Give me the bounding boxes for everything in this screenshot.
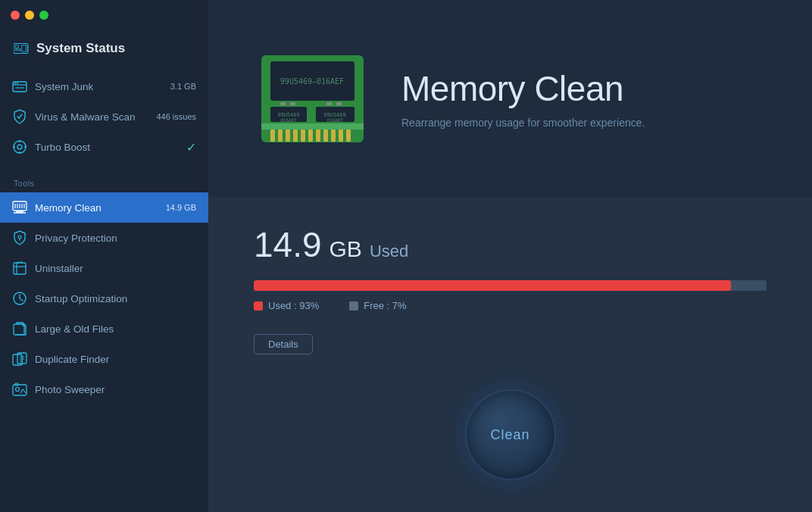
svg-rect-48 [261,123,364,130]
sidebar-item-privacy-protection[interactable]: Privacy Protection [0,223,208,253]
hero-subtitle: Rearrange memory usage for smoother expe… [401,117,645,129]
sidebar-item-turbo-boost[interactable]: Turbo Boost ✓ [0,132,208,162]
svg-rect-51 [286,130,290,142]
virus-scan-icon [12,109,27,124]
turbo-boost-label: Turbo Boost [35,142,179,153]
legend-used: Used : 93% [254,300,319,311]
memory-progress-bar [254,280,767,291]
svg-rect-59 [346,130,351,142]
photo-sweeper-icon [12,382,27,397]
svg-rect-4 [22,45,27,52]
app-title-section: System Status [0,30,208,71]
svg-rect-58 [339,130,343,142]
large-old-files-label: Large & Old Files [35,323,196,335]
nav-section: System Junk 3.1 GB Virus & Malware Scan … [0,71,208,167]
close-button[interactable] [11,11,20,20]
ram-chip-icon: 99U5469—016AEF 99U5469 016AEF 99U5469 01… [254,40,371,158]
svg-text:016AEF: 016AEF [326,117,343,123]
memory-clean-badge: 14.9 GB [166,203,196,212]
uninstaller-label: Uninstaller [35,263,196,274]
sidebar-item-photo-sweeper[interactable]: Photo Sweeper [0,374,208,404]
svg-point-14 [14,141,26,153]
legend-used-dot [254,301,263,311]
privacy-protection-icon [12,230,27,245]
system-junk-icon [12,79,27,94]
hero-title: Memory Clean [401,68,645,109]
titlebar [0,0,208,30]
memory-clean-icon [12,200,27,215]
svg-rect-53 [301,130,305,142]
legend-free-label: Free : 7% [364,300,406,311]
progress-bar-fill [254,280,731,291]
turbo-boost-check: ✓ [186,140,196,155]
hero-section: 99U5469—016AEF 99U5469 016AEF 99U5469 01… [208,0,812,197]
clean-button[interactable]: Clean [465,389,556,480]
clean-section: Clean [208,373,812,512]
svg-rect-11 [15,87,24,89]
minimize-button[interactable] [25,11,34,20]
svg-rect-69 [290,102,295,105]
uninstaller-icon [12,261,27,276]
virus-scan-label: Virus & Malware Scan [35,111,148,123]
main-content: 99U5469—016AEF 99U5469 016AEF 99U5469 01… [208,0,812,512]
svg-rect-44 [13,385,27,395]
sidebar-item-startup-optimization[interactable]: Startup Optimization [0,283,208,314]
startup-optimization-icon [12,291,27,306]
hero-text: Memory Clean Rearrange memory usage for … [401,68,645,129]
svg-point-10 [17,83,18,84]
svg-text:016AEF: 016AEF [280,117,297,123]
svg-rect-56 [323,130,328,142]
svg-line-13 [19,114,22,118]
svg-rect-49 [270,130,275,142]
system-status-icon [14,41,29,56]
svg-point-28 [18,236,21,239]
large-old-files-icon [12,321,27,336]
sidebar-item-system-junk[interactable]: System Junk 3.1 GB [0,71,208,101]
sidebar-item-virus-scan[interactable]: Virus & Malware Scan 446 issues [0,101,208,132]
app-title: System Status [36,41,125,56]
svg-rect-57 [331,130,336,142]
photo-sweeper-label: Photo Sweeper [35,384,196,395]
memory-unit: GB [329,236,362,262]
legend-used-label: Used : 93% [268,300,319,311]
tools-section: Memory Clean 14.9 GB Privacy Protection [0,192,208,409]
svg-rect-2 [15,49,17,51]
svg-rect-30 [14,263,26,274]
memory-clean-label: Memory Clean [35,202,158,214]
startup-optimization-label: Startup Optimization [35,293,196,304]
svg-rect-3 [18,49,20,51]
memory-used-row: 14.9 GB Used [254,224,767,265]
privacy-protection-label: Privacy Protection [35,233,196,244]
progress-legend: Used : 93% Free : 7% [254,300,767,311]
svg-rect-68 [280,102,286,105]
svg-rect-1 [15,45,18,48]
svg-rect-52 [293,130,298,142]
memory-number: 14.9 [254,224,322,265]
stats-section: 14.9 GB Used Used : 93% Free : 7% Detail… [208,197,812,373]
svg-rect-36 [14,324,24,335]
sidebar-item-memory-clean[interactable]: Memory Clean 14.9 GB [0,192,208,223]
sidebar-item-duplicate-finder[interactable]: Duplicate Finder [0,344,208,374]
duplicate-finder-icon [12,351,27,367]
system-junk-badge: 3.1 GB [170,82,196,91]
svg-rect-70 [326,102,332,105]
details-button[interactable]: Details [254,334,313,354]
turbo-boost-icon [12,139,27,155]
legend-free: Free : 7% [349,300,406,311]
svg-rect-50 [278,130,283,142]
svg-rect-54 [308,130,313,142]
maximize-button[interactable] [39,11,48,20]
sidebar-item-uninstaller[interactable]: Uninstaller [0,253,208,283]
sidebar: System Status System Junk 3.1 GB [0,0,208,512]
svg-text:99U5469—016AEF: 99U5469—016AEF [280,77,344,86]
legend-free-dot [349,301,358,311]
svg-point-9 [14,83,16,84]
memory-used-label: Used [370,242,408,261]
virus-scan-badge: 446 issues [156,112,196,121]
svg-point-45 [16,388,20,392]
svg-rect-71 [336,102,342,105]
duplicate-finder-label: Duplicate Finder [35,354,196,365]
svg-rect-55 [316,130,320,142]
svg-point-15 [17,145,22,149]
sidebar-item-large-old-files[interactable]: Large & Old Files [0,314,208,344]
